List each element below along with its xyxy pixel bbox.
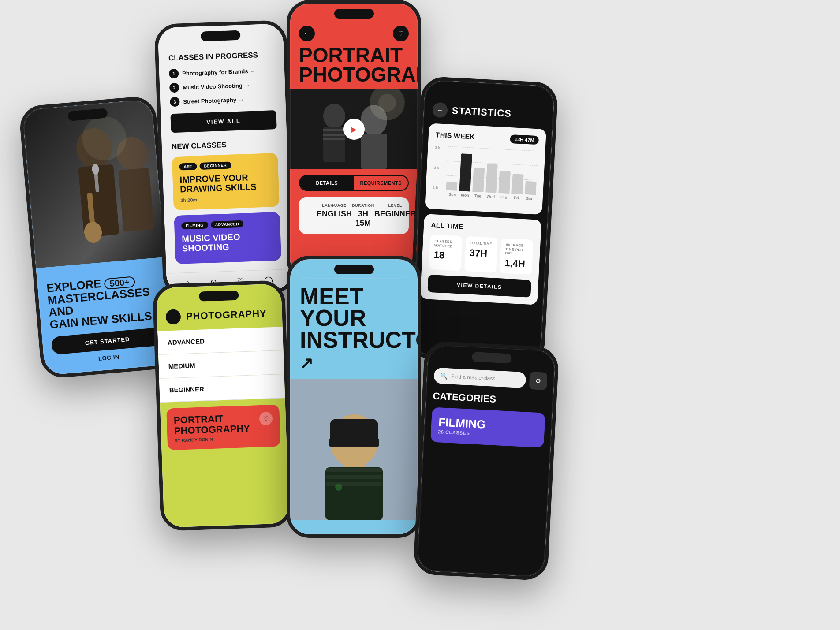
tag-beginner: BEGINNER <box>199 162 231 170</box>
svg-rect-11 <box>323 127 345 162</box>
back-button[interactable]: ← <box>299 26 315 41</box>
svg-rect-14 <box>323 138 345 140</box>
class-card-music-video[interactable]: FILMING ADVANCED MUSIC VIDEO SHOOTING <box>174 212 281 264</box>
label-tue: Tue <box>471 194 485 199</box>
favorite-button[interactable]: ♡ <box>393 26 409 41</box>
y-label-1h: 1 h <box>433 186 445 190</box>
notch-phone3 <box>334 9 374 19</box>
detail-tabs: DETAILS REQUIREMENTS <box>299 175 409 191</box>
portrait-card-subtitle: BY RANDY DONIN <box>175 435 273 443</box>
stats-row: CLASSES WATCHED 18 TOTAL TIME 37H AVERAG… <box>429 235 534 275</box>
class-item-2[interactable]: 2 Music Video Shooting → <box>169 79 276 93</box>
classes-content: CLASSES IN PROGRESS 1 Photography for Br… <box>158 23 292 279</box>
y-label-2h: 2 h <box>434 166 446 170</box>
avg-time-value: 1,4H <box>504 257 528 270</box>
svg-rect-28 <box>326 468 382 472</box>
hero-photo <box>22 99 165 268</box>
label-thu: Thu <box>497 195 510 200</box>
search-icon: 🔍 <box>440 372 448 380</box>
total-time-value: 37H <box>469 247 493 260</box>
svg-rect-13 <box>323 134 345 136</box>
level-detail: LEVEL BEGINNER <box>374 203 416 228</box>
bar-sat <box>525 181 536 195</box>
notch-phone2 <box>201 30 241 41</box>
view-details-button[interactable]: VIEW DETAILS <box>427 274 531 297</box>
notch-phone7 <box>471 352 511 364</box>
label-wed: Wed <box>484 194 497 199</box>
play-button[interactable]: ▶ <box>343 119 365 140</box>
explore-headline: EXPLORE 500+MASTERCLASSES ANDGAIN NEW SK… <box>46 273 162 331</box>
photography-back-button[interactable]: ← <box>165 309 181 324</box>
bar-fri <box>512 174 524 194</box>
tab-requirements[interactable]: REQUIREMENTS <box>354 176 408 190</box>
total-time-label: TOTAL TIME <box>470 241 493 246</box>
tag-art: ART <box>179 163 197 170</box>
phone-photography-levels: ← PHOTOGRAPHY ADVANCED MEDIUM BEGINNER P… <box>152 280 293 531</box>
tag-filming: FILMING <box>181 221 208 229</box>
search-row: 🔍 Find a masterclass ⚙ <box>426 344 556 397</box>
svg-point-25 <box>342 440 349 446</box>
svg-point-31 <box>335 484 342 491</box>
tab-details[interactable]: DETAILS <box>300 176 354 190</box>
svg-rect-29 <box>326 475 382 479</box>
card2-tags: FILMING ADVANCED <box>181 219 273 229</box>
portrait-card[interactable]: PORTRAIT PHOTOGRAPHY BY RANDY DONIN ♡ <box>166 405 280 451</box>
class-item-1[interactable]: 1 Photography for Brands → <box>169 65 275 78</box>
label-mon: Mon <box>459 193 472 198</box>
notch-phone5 <box>199 291 239 302</box>
class-item-3[interactable]: 3 Street Photography → <box>170 93 276 107</box>
stats-back-button[interactable]: ← <box>432 102 448 118</box>
instructor-photo <box>290 379 418 520</box>
class-card-drawing[interactable]: ART BEGINNER IMPROVE YOUR DRAWING SKILLS… <box>172 153 280 210</box>
instructor-title: MEET YOURINSTRUCTOR ↗ <box>290 259 418 379</box>
bar-tue <box>472 168 485 192</box>
all-time-title: ALL TIME <box>431 221 534 235</box>
duration-detail: DURATION 3H 15M <box>352 203 374 228</box>
portrait-title: PORTRAIT PHOTOGRAPHY <box>290 46 418 89</box>
svg-rect-7 <box>118 168 154 232</box>
svg-point-26 <box>359 440 366 446</box>
total-time-stat: TOTAL TIME 37H <box>464 236 498 272</box>
week-header: THIS WEEK 13H 47M <box>435 130 539 145</box>
phone-search-categories: 🔍 Find a masterclass ⚙ CATEGORIES FILMIN… <box>413 340 559 581</box>
level-medium[interactable]: MEDIUM <box>158 350 284 379</box>
card1-tags: ART BEGINNER <box>179 160 271 170</box>
details-section: LANGUAGE ENGLISH DURATION 3H 15M LEVEL B… <box>299 197 409 234</box>
label-sat: Sat <box>523 196 536 201</box>
weekly-chart: 3 h 2 h 1 h <box>432 145 538 204</box>
phone-statistics: ← STATISTICS THIS WEEK 13H 47M 3 h 2 h 1… <box>407 76 558 365</box>
levels-list: ADVANCED MEDIUM BEGINNER <box>157 327 285 403</box>
card2-title: MUSIC VIDEO SHOOTING <box>182 231 274 253</box>
category-card-filming[interactable]: FILMING 26 CLASSES <box>430 407 545 447</box>
course-details: LANGUAGE ENGLISH DURATION 3H 15M LEVEL B… <box>308 203 400 228</box>
classes-watched-value: 18 <box>433 249 457 262</box>
stats-header: ← STATISTICS <box>423 80 555 130</box>
week-title: THIS WEEK <box>436 131 475 141</box>
classes-watched-label: CLASSES WATCHED <box>434 239 458 249</box>
level-beginner[interactable]: BEGINNER <box>159 374 285 403</box>
bar-wed <box>485 164 498 193</box>
card1-title: IMPROVE YOUR DRAWING SKILLS <box>179 171 272 194</box>
svg-rect-12 <box>323 129 345 131</box>
stats-title: STATISTICS <box>452 105 511 119</box>
filter-button[interactable]: ⚙ <box>529 372 548 390</box>
notch-phone4 <box>470 87 510 99</box>
classes-watched-stat: CLASSES WATCHED 18 <box>429 235 463 271</box>
musician-silhouette <box>22 99 165 268</box>
bar-sun <box>446 182 457 191</box>
svg-point-18 <box>378 94 396 112</box>
notch-phone6 <box>334 265 374 274</box>
view-all-button[interactable]: VIEW ALL <box>170 110 276 133</box>
video-preview[interactable]: ▶ <box>290 89 418 169</box>
search-box[interactable]: 🔍 Find a masterclass <box>433 368 526 388</box>
avg-time-label: AVERAGE TIME PER DAY <box>505 243 529 257</box>
card1-duration: 2h 20m <box>180 194 272 203</box>
bar-thu <box>499 171 511 194</box>
all-time-card: ALL TIME CLASSES WATCHED 18 TOTAL TIME 3… <box>420 214 542 305</box>
level-advanced[interactable]: ADVANCED <box>157 327 284 355</box>
this-week-card: THIS WEEK 13H 47M 3 h 2 h 1 h <box>425 123 546 215</box>
y-label-3h: 3 h <box>435 145 447 150</box>
label-fri: Fri <box>510 195 523 201</box>
language-detail: LANGUAGE ENGLISH <box>317 203 352 228</box>
week-time-badge: 13H 47M <box>510 134 539 145</box>
